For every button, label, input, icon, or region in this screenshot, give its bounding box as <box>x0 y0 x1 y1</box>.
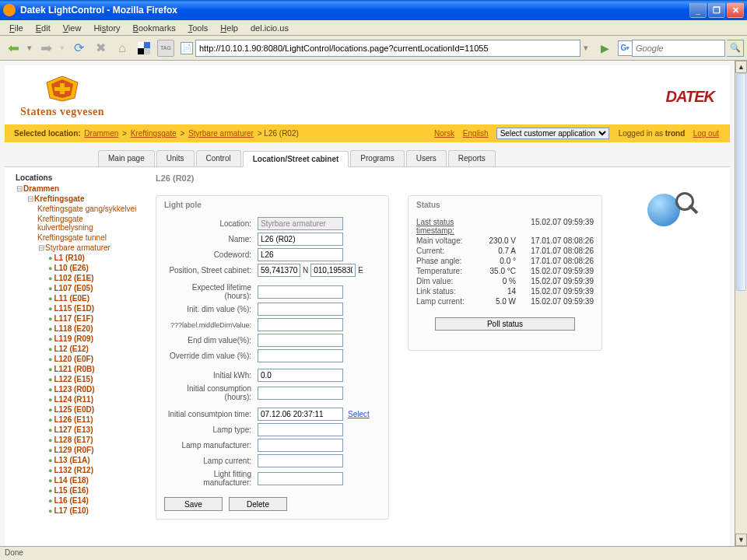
url-bar: 📄 ▾ <box>181 40 591 57</box>
maximize-button[interactable]: ❐ <box>708 2 725 18</box>
home-button[interactable]: ⌂ <box>112 38 132 58</box>
window-title: Datek LightControl - Mozilla Firefox <box>20 5 689 16</box>
stop-button[interactable]: ✖ <box>90 38 110 58</box>
menu-history[interactable]: History <box>87 22 126 34</box>
menu-bookmarks[interactable]: Bookmarks <box>127 22 182 34</box>
svg-rect-3 <box>144 48 150 54</box>
page-favicon: 📄 <box>181 42 193 54</box>
delicious-icon[interactable] <box>134 38 154 58</box>
minimize-button[interactable]: _ <box>689 2 707 18</box>
menu-tools[interactable]: Tools <box>182 22 215 34</box>
svg-rect-2 <box>138 48 144 54</box>
reload-button[interactable]: ⟳ <box>68 38 89 58</box>
tag-icon[interactable]: TAG <box>157 40 174 57</box>
menu-help[interactable]: Help <box>214 22 244 34</box>
menu-delicious[interactable]: del.icio.us <box>244 22 295 34</box>
search-engine-icon[interactable]: G▾ <box>618 40 632 56</box>
nav-back-dropdown[interactable]: ▾ <box>25 38 34 58</box>
firefox-icon <box>3 4 16 16</box>
nav-back-button[interactable]: ⬅ <box>3 38 23 58</box>
menu-edit[interactable]: Edit <box>30 22 57 34</box>
svg-rect-0 <box>138 42 144 48</box>
url-input[interactable] <box>195 40 580 57</box>
go-button[interactable]: ▶ <box>596 40 613 57</box>
svg-rect-1 <box>144 42 150 48</box>
close-button[interactable]: ✕ <box>727 2 744 18</box>
browser-toolbar: ⬅ ▾ ➡ ▾ ⟳ ✖ ⌂ TAG 📄 ▾ ▶ G▾ 🔍 <box>0 36 747 61</box>
search-input[interactable] <box>632 40 725 57</box>
menu-view[interactable]: View <box>57 22 88 34</box>
menu-file[interactable]: File <box>3 22 30 34</box>
search-go-button[interactable]: 🔍 <box>727 40 744 57</box>
browser-menubar: File Edit View History Bookmarks Tools H… <box>0 20 747 36</box>
window-titlebar: Datek LightControl - Mozilla Firefox _ ❐… <box>0 0 747 20</box>
url-dropdown-icon[interactable]: ▾ <box>580 43 591 53</box>
nav-forward-button[interactable]: ➡ <box>36 38 56 58</box>
nav-fwd-dropdown[interactable]: ▾ <box>58 38 67 58</box>
